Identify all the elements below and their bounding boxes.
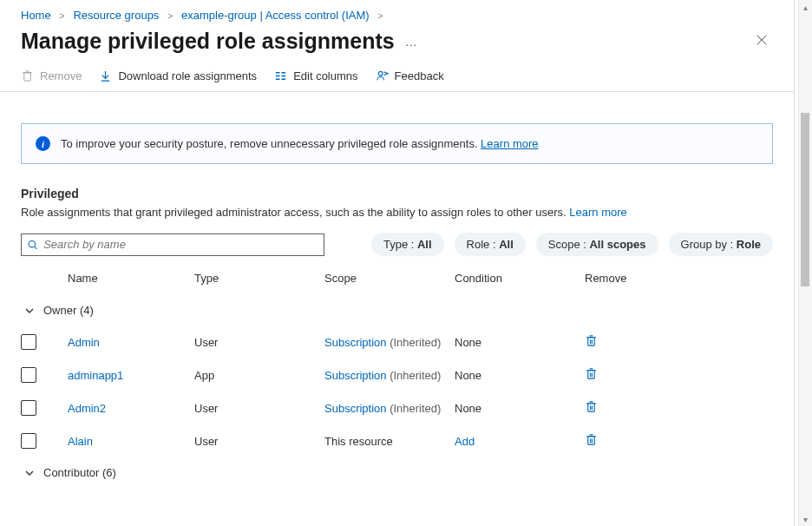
svg-rect-3 <box>588 338 595 345</box>
trash-icon <box>585 433 598 446</box>
row-remove-button[interactable] <box>585 433 689 449</box>
row-type: User <box>194 402 324 415</box>
col-name[interactable]: Name <box>68 272 194 285</box>
table-header: Name Type Scope Condition Remove <box>21 263 773 295</box>
col-scope[interactable]: Scope <box>324 272 455 285</box>
info-learn-more-link[interactable]: Learn more <box>481 137 538 150</box>
filter-type[interactable]: Type : All <box>371 233 444 256</box>
breadcrumb-resource-groups[interactable]: Resource groups <box>73 9 159 22</box>
trash-icon <box>585 367 598 380</box>
row-type: User <box>194 435 324 448</box>
columns-icon <box>274 69 287 82</box>
row-name-link[interactable]: adminapp1 <box>68 369 123 382</box>
scroll-down-icon[interactable]: ▾ <box>798 512 812 526</box>
chevron-right-icon: > <box>377 10 383 21</box>
chevron-right-icon: > <box>59 10 64 21</box>
svg-rect-4 <box>588 371 595 378</box>
scroll-up-icon[interactable]: ▴ <box>798 0 812 14</box>
row-checkbox[interactable] <box>21 433 36 449</box>
row-name-link[interactable]: Admin <box>68 336 100 349</box>
row-remove-button[interactable] <box>585 367 689 383</box>
remove-button: Remove <box>21 69 82 82</box>
filter-role[interactable]: Role : All <box>455 233 526 256</box>
trash-icon <box>585 334 598 347</box>
feedback-icon <box>376 69 389 82</box>
close-button[interactable] <box>750 29 773 54</box>
filter-scope[interactable]: Scope : All scopes <box>536 233 658 256</box>
close-icon <box>756 34 768 46</box>
more-icon[interactable]: … <box>405 35 417 49</box>
row-checkbox[interactable] <box>21 400 36 416</box>
row-scope: Subscription (Inherited) <box>324 402 455 415</box>
table-row: AdminUserSubscription (Inherited)None <box>21 325 773 358</box>
col-type[interactable]: Type <box>194 272 324 285</box>
edit-columns-button[interactable]: Edit columns <box>274 69 357 82</box>
breadcrumb-home[interactable]: Home <box>21 9 51 22</box>
section-description: Role assignments that grant privileged a… <box>21 206 773 219</box>
row-scope: This resource <box>324 435 455 448</box>
search-icon <box>27 239 38 251</box>
row-scope-link[interactable]: Subscription <box>324 369 387 382</box>
row-condition: None <box>455 336 585 349</box>
row-scope: Subscription (Inherited) <box>324 336 455 349</box>
search-input-container[interactable] <box>21 233 324 256</box>
row-checkbox[interactable] <box>21 334 36 350</box>
info-banner-text: To improve your security posture, remove… <box>61 137 539 150</box>
table-row: AlainUserThis resourceAdd <box>21 424 773 457</box>
group-owner-label: Owner (4) <box>43 304 94 317</box>
row-condition: None <box>455 402 585 415</box>
search-input[interactable] <box>43 238 318 251</box>
group-contributor-label: Contributor (6) <box>43 466 116 479</box>
row-scope-link[interactable]: Subscription <box>324 402 387 415</box>
scrollbar[interactable]: ▴ ▾ <box>798 0 812 526</box>
col-condition[interactable]: Condition <box>455 272 585 285</box>
trash-icon <box>21 69 34 82</box>
svg-rect-5 <box>588 404 595 411</box>
breadcrumb: Home > Resource groups > example-group |… <box>0 0 794 27</box>
download-icon <box>99 69 112 82</box>
feedback-label: Feedback <box>395 69 444 82</box>
page-title: Manage privileged role assignments <box>21 29 395 54</box>
row-remove-button[interactable] <box>585 334 689 350</box>
row-type: User <box>194 336 324 349</box>
section-learn-more-link[interactable]: Learn more <box>569 206 626 219</box>
edit-columns-label: Edit columns <box>293 69 357 82</box>
chevron-right-icon: > <box>167 10 173 21</box>
remove-label: Remove <box>40 69 82 82</box>
svg-rect-0 <box>24 73 31 81</box>
table-row: adminapp1AppSubscription (Inherited)None <box>21 358 773 391</box>
svg-rect-6 <box>588 437 595 444</box>
assignments-table: Name Type Scope Condition Remove Owner (… <box>21 263 773 488</box>
group-owner[interactable]: Owner (4) <box>21 295 773 325</box>
chevron-down-icon <box>24 306 35 316</box>
row-scope-link[interactable]: Subscription <box>324 336 387 349</box>
info-banner: i To improve your security posture, remo… <box>21 123 773 164</box>
section-title: Privileged <box>21 187 773 201</box>
row-name-link[interactable]: Admin2 <box>68 402 106 415</box>
row-checkbox[interactable] <box>21 367 36 383</box>
breadcrumb-group[interactable]: example-group | Access control (IAM) <box>181 9 370 22</box>
svg-point-1 <box>378 71 383 76</box>
col-remove[interactable]: Remove <box>585 272 689 285</box>
row-scope: Subscription (Inherited) <box>324 369 455 382</box>
filter-groupby[interactable]: Group by : Role <box>669 233 773 256</box>
scrollbar-thumb[interactable] <box>801 113 809 286</box>
row-remove-button[interactable] <box>585 400 689 416</box>
group-contributor[interactable]: Contributor (6) <box>21 457 773 488</box>
table-row: Admin2UserSubscription (Inherited)None <box>21 391 773 424</box>
row-name-link[interactable]: Alain <box>68 435 93 448</box>
feedback-button[interactable]: Feedback <box>376 69 444 82</box>
svg-point-2 <box>29 240 35 247</box>
row-condition: Add <box>455 435 585 448</box>
info-icon: i <box>36 136 50 151</box>
chevron-down-icon <box>24 468 35 478</box>
download-button[interactable]: Download role assignments <box>99 69 257 82</box>
row-condition: None <box>455 369 585 382</box>
row-type: App <box>194 369 324 382</box>
trash-icon <box>585 400 598 413</box>
row-condition-link[interactable]: Add <box>455 435 475 448</box>
download-label: Download role assignments <box>118 69 257 82</box>
